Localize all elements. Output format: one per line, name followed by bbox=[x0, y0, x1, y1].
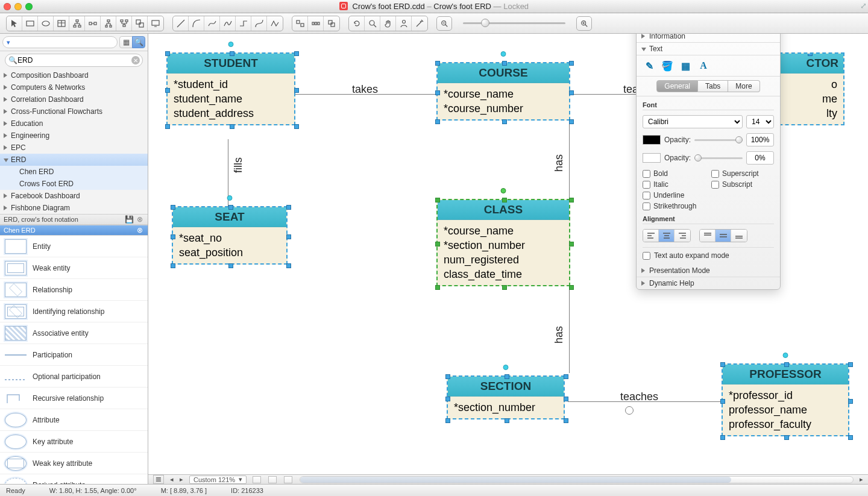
thumb-1-icon[interactable] bbox=[253, 476, 261, 483]
stencil-recursive-relationship[interactable]: Recursive relationship bbox=[0, 388, 148, 409]
resize-handle-icon[interactable] bbox=[435, 198, 440, 202]
rotate-handle-icon[interactable] bbox=[783, 353, 788, 358]
tree-item[interactable]: Cross-Functional Flowcharts bbox=[0, 105, 148, 118]
tab-more[interactable]: More bbox=[728, 80, 760, 92]
resize-handle-icon[interactable] bbox=[286, 234, 291, 239]
check-bold[interactable]: Bold bbox=[643, 169, 705, 178]
resize-handle-icon[interactable] bbox=[720, 435, 725, 440]
tree-item[interactable]: Engineering bbox=[0, 130, 148, 142]
resize-handle-icon[interactable] bbox=[502, 119, 507, 124]
resize-handle-icon[interactable] bbox=[843, 52, 844, 56]
resize-handle-icon[interactable] bbox=[569, 242, 574, 246]
close-lib-icon[interactable]: ⊗ bbox=[136, 226, 144, 234]
resize-handle-icon[interactable] bbox=[294, 124, 299, 129]
stencil-participation[interactable]: Participation bbox=[0, 344, 148, 366]
resize-handle-icon[interactable] bbox=[502, 285, 507, 290]
curve-icon[interactable] bbox=[204, 16, 220, 31]
zoom-slider-knob[interactable] bbox=[481, 19, 489, 27]
resize-handle-icon[interactable] bbox=[171, 205, 175, 210]
resize-handle-icon[interactable] bbox=[569, 61, 574, 66]
check-subscript[interactable]: Subscript bbox=[711, 180, 774, 189]
check-strikethrough[interactable]: Strikethrough bbox=[643, 202, 705, 210]
resize-handle-icon[interactable] bbox=[564, 374, 568, 379]
resize-handle-icon[interactable] bbox=[165, 124, 170, 129]
snap-icon[interactable] bbox=[324, 16, 339, 31]
resize-handle-icon[interactable] bbox=[808, 124, 813, 125]
group-tool-icon[interactable] bbox=[132, 16, 148, 31]
check-underline[interactable]: Underline bbox=[643, 191, 705, 199]
tab-tabs[interactable]: Tabs bbox=[698, 80, 728, 92]
resize-handle-icon[interactable] bbox=[720, 362, 725, 367]
resize-handle-icon[interactable] bbox=[502, 198, 507, 202]
resize-handle-icon[interactable] bbox=[848, 362, 853, 367]
pointer-tool-icon[interactable] bbox=[7, 16, 22, 31]
resize-handle-icon[interactable] bbox=[165, 88, 170, 93]
wand-icon[interactable] bbox=[412, 16, 427, 31]
tree-item-chen-erd[interactable]: Chen ERD bbox=[0, 166, 148, 178]
resize-handle-icon[interactable] bbox=[294, 51, 299, 56]
org-tool-icon[interactable] bbox=[116, 16, 132, 31]
tree-item[interactable]: Fishbone Diagram bbox=[0, 202, 148, 214]
rotate-handle-icon[interactable] bbox=[228, 42, 234, 47]
resize-handle-icon[interactable] bbox=[843, 88, 844, 93]
stencil-attribute[interactable]: Attribute bbox=[0, 409, 148, 431]
font-icon[interactable]: A bbox=[697, 59, 710, 72]
refresh-icon[interactable] bbox=[349, 16, 365, 31]
valign-bottom-icon[interactable] bbox=[731, 230, 747, 242]
align-icon[interactable] bbox=[292, 16, 308, 31]
check-superscript[interactable]: Superscript bbox=[711, 169, 774, 178]
stencil-entity[interactable]: Entity bbox=[0, 236, 148, 257]
page-prev-icon[interactable]: ◂ bbox=[170, 476, 174, 483]
opacity-slider-1[interactable] bbox=[694, 139, 743, 141]
resize-handle-icon[interactable] bbox=[445, 397, 450, 401]
tree-item-erd[interactable]: ERD bbox=[0, 154, 148, 166]
hand-icon[interactable] bbox=[380, 16, 396, 31]
valign-top-icon[interactable] bbox=[700, 230, 715, 242]
arc-icon[interactable] bbox=[189, 16, 204, 31]
table-tool-icon[interactable] bbox=[54, 16, 69, 31]
valign-middle-icon[interactable] bbox=[715, 230, 731, 242]
resize-handle-icon[interactable] bbox=[445, 374, 450, 379]
opacity-input-2[interactable] bbox=[746, 151, 774, 165]
filter-chip[interactable]: ▾ bbox=[2, 36, 118, 48]
page-next-icon[interactable]: ▸ bbox=[180, 476, 183, 483]
resize-handle-icon[interactable] bbox=[230, 51, 234, 56]
tree-tool-icon[interactable] bbox=[69, 16, 85, 31]
connector-has2[interactable] bbox=[569, 301, 570, 373]
close-lib-icon[interactable]: ⊗ bbox=[136, 215, 144, 224]
thumb-2-icon[interactable] bbox=[268, 476, 277, 483]
check-italic[interactable]: Italic bbox=[643, 180, 705, 189]
resize-handle-icon[interactable] bbox=[569, 119, 574, 124]
pages-icon[interactable]: 𝌆 bbox=[153, 475, 164, 484]
resize-handle-icon[interactable] bbox=[286, 263, 291, 268]
chain-tool-icon[interactable] bbox=[85, 16, 101, 31]
entity-class[interactable]: CLASS *course_name *section_number num_r… bbox=[436, 199, 570, 286]
resize-handle-icon[interactable] bbox=[843, 124, 844, 125]
distribute-icon[interactable] bbox=[308, 16, 324, 31]
poly-icon[interactable] bbox=[267, 16, 283, 31]
resize-handle-icon[interactable] bbox=[171, 234, 175, 239]
stencil-key-attribute[interactable]: Key attribute bbox=[0, 431, 148, 453]
search-mode-icon[interactable]: 🔍 bbox=[132, 36, 145, 48]
resize-handle-icon[interactable] bbox=[848, 399, 853, 404]
tree-item[interactable]: Facebook Dashboard bbox=[0, 190, 148, 202]
resize-handle-icon[interactable] bbox=[808, 52, 813, 56]
library-header-crows[interactable]: ERD, crow's foot notation 💾⊗ bbox=[0, 214, 148, 225]
magnify-icon[interactable] bbox=[365, 16, 380, 31]
stencil-identifying-relationship[interactable]: Identifying relationship bbox=[0, 301, 148, 322]
resize-handle-icon[interactable] bbox=[720, 399, 725, 404]
resize-handle-icon[interactable] bbox=[784, 435, 789, 440]
scroll-right-icon[interactable]: ▸ bbox=[860, 476, 863, 483]
grid-view-icon[interactable]: ▦ bbox=[119, 36, 133, 48]
bezier-icon[interactable] bbox=[251, 16, 267, 31]
save-icon[interactable]: 💾 bbox=[125, 215, 133, 224]
ellipse-tool-icon[interactable] bbox=[38, 16, 54, 31]
fullscreen-icon[interactable]: ⤢ bbox=[860, 1, 867, 10]
resize-handle-icon[interactable] bbox=[435, 119, 440, 124]
rotate-handle-icon[interactable] bbox=[227, 195, 233, 201]
resize-handle-icon[interactable] bbox=[564, 397, 568, 401]
stencil-relationship[interactable]: Relationship bbox=[0, 279, 148, 301]
opacity-input-1[interactable] bbox=[746, 133, 774, 146]
text-color-swatch[interactable] bbox=[643, 135, 661, 145]
rotate-handle-icon[interactable] bbox=[501, 188, 506, 193]
